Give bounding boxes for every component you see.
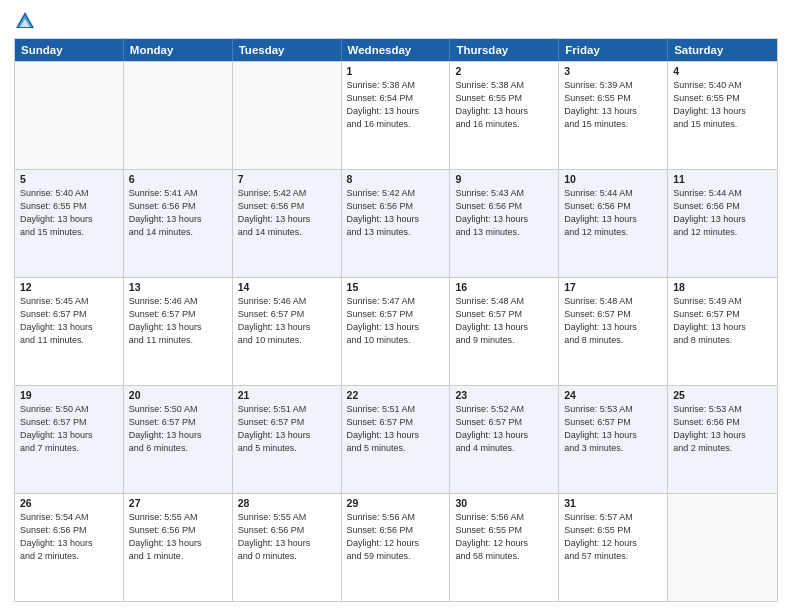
calendar-body: 1Sunrise: 5:38 AM Sunset: 6:54 PM Daylig… — [15, 61, 777, 601]
cell-date: 28 — [238, 497, 336, 509]
calendar-cell: 27Sunrise: 5:55 AM Sunset: 6:56 PM Dayli… — [124, 494, 233, 601]
calendar-cell: 2Sunrise: 5:38 AM Sunset: 6:55 PM Daylig… — [450, 62, 559, 169]
calendar-header-row: SundayMondayTuesdayWednesdayThursdayFrid… — [15, 39, 777, 61]
cell-info: Sunrise: 5:43 AM Sunset: 6:56 PM Dayligh… — [455, 187, 553, 239]
header-cell-monday: Monday — [124, 39, 233, 61]
cell-info: Sunrise: 5:46 AM Sunset: 6:57 PM Dayligh… — [238, 295, 336, 347]
calendar-cell: 15Sunrise: 5:47 AM Sunset: 6:57 PM Dayli… — [342, 278, 451, 385]
cell-date: 27 — [129, 497, 227, 509]
header-cell-thursday: Thursday — [450, 39, 559, 61]
logo — [14, 10, 40, 32]
cell-info: Sunrise: 5:46 AM Sunset: 6:57 PM Dayligh… — [129, 295, 227, 347]
cell-date: 21 — [238, 389, 336, 401]
cell-date: 2 — [455, 65, 553, 77]
cell-date: 17 — [564, 281, 662, 293]
calendar-cell: 19Sunrise: 5:50 AM Sunset: 6:57 PM Dayli… — [15, 386, 124, 493]
cell-date: 22 — [347, 389, 445, 401]
cell-date: 26 — [20, 497, 118, 509]
cell-info: Sunrise: 5:53 AM Sunset: 6:56 PM Dayligh… — [673, 403, 772, 455]
calendar-cell: 11Sunrise: 5:44 AM Sunset: 6:56 PM Dayli… — [668, 170, 777, 277]
cell-info: Sunrise: 5:51 AM Sunset: 6:57 PM Dayligh… — [347, 403, 445, 455]
calendar-cell: 13Sunrise: 5:46 AM Sunset: 6:57 PM Dayli… — [124, 278, 233, 385]
calendar-cell: 21Sunrise: 5:51 AM Sunset: 6:57 PM Dayli… — [233, 386, 342, 493]
calendar-cell: 20Sunrise: 5:50 AM Sunset: 6:57 PM Dayli… — [124, 386, 233, 493]
calendar-row-4: 26Sunrise: 5:54 AM Sunset: 6:56 PM Dayli… — [15, 493, 777, 601]
cell-info: Sunrise: 5:52 AM Sunset: 6:57 PM Dayligh… — [455, 403, 553, 455]
cell-info: Sunrise: 5:47 AM Sunset: 6:57 PM Dayligh… — [347, 295, 445, 347]
cell-date: 14 — [238, 281, 336, 293]
calendar-row-3: 19Sunrise: 5:50 AM Sunset: 6:57 PM Dayli… — [15, 385, 777, 493]
calendar-cell: 25Sunrise: 5:53 AM Sunset: 6:56 PM Dayli… — [668, 386, 777, 493]
cell-info: Sunrise: 5:56 AM Sunset: 6:55 PM Dayligh… — [455, 511, 553, 563]
calendar-cell: 22Sunrise: 5:51 AM Sunset: 6:57 PM Dayli… — [342, 386, 451, 493]
cell-info: Sunrise: 5:41 AM Sunset: 6:56 PM Dayligh… — [129, 187, 227, 239]
cell-date: 29 — [347, 497, 445, 509]
cell-info: Sunrise: 5:44 AM Sunset: 6:56 PM Dayligh… — [673, 187, 772, 239]
cell-info: Sunrise: 5:48 AM Sunset: 6:57 PM Dayligh… — [455, 295, 553, 347]
cell-date: 1 — [347, 65, 445, 77]
cell-date: 11 — [673, 173, 772, 185]
calendar-cell: 17Sunrise: 5:48 AM Sunset: 6:57 PM Dayli… — [559, 278, 668, 385]
header-cell-wednesday: Wednesday — [342, 39, 451, 61]
cell-date: 19 — [20, 389, 118, 401]
cell-date: 9 — [455, 173, 553, 185]
calendar-cell: 29Sunrise: 5:56 AM Sunset: 6:56 PM Dayli… — [342, 494, 451, 601]
cell-date: 5 — [20, 173, 118, 185]
calendar-cell: 30Sunrise: 5:56 AM Sunset: 6:55 PM Dayli… — [450, 494, 559, 601]
calendar-cell: 26Sunrise: 5:54 AM Sunset: 6:56 PM Dayli… — [15, 494, 124, 601]
cell-date: 31 — [564, 497, 662, 509]
calendar-cell: 12Sunrise: 5:45 AM Sunset: 6:57 PM Dayli… — [15, 278, 124, 385]
cell-date: 23 — [455, 389, 553, 401]
cell-info: Sunrise: 5:38 AM Sunset: 6:54 PM Dayligh… — [347, 79, 445, 131]
cell-date: 4 — [673, 65, 772, 77]
calendar-cell: 18Sunrise: 5:49 AM Sunset: 6:57 PM Dayli… — [668, 278, 777, 385]
cell-date: 18 — [673, 281, 772, 293]
cell-date: 16 — [455, 281, 553, 293]
calendar: SundayMondayTuesdayWednesdayThursdayFrid… — [14, 38, 778, 602]
cell-date: 10 — [564, 173, 662, 185]
cell-date: 30 — [455, 497, 553, 509]
calendar-cell — [15, 62, 124, 169]
header-cell-friday: Friday — [559, 39, 668, 61]
calendar-cell — [668, 494, 777, 601]
cell-date: 15 — [347, 281, 445, 293]
calendar-cell: 8Sunrise: 5:42 AM Sunset: 6:56 PM Daylig… — [342, 170, 451, 277]
calendar-cell: 10Sunrise: 5:44 AM Sunset: 6:56 PM Dayli… — [559, 170, 668, 277]
cell-info: Sunrise: 5:56 AM Sunset: 6:56 PM Dayligh… — [347, 511, 445, 563]
calendar-cell: 3Sunrise: 5:39 AM Sunset: 6:55 PM Daylig… — [559, 62, 668, 169]
calendar-cell: 14Sunrise: 5:46 AM Sunset: 6:57 PM Dayli… — [233, 278, 342, 385]
calendar-cell: 7Sunrise: 5:42 AM Sunset: 6:56 PM Daylig… — [233, 170, 342, 277]
calendar-cell — [233, 62, 342, 169]
cell-info: Sunrise: 5:48 AM Sunset: 6:57 PM Dayligh… — [564, 295, 662, 347]
cell-info: Sunrise: 5:44 AM Sunset: 6:56 PM Dayligh… — [564, 187, 662, 239]
cell-info: Sunrise: 5:38 AM Sunset: 6:55 PM Dayligh… — [455, 79, 553, 131]
calendar-cell: 16Sunrise: 5:48 AM Sunset: 6:57 PM Dayli… — [450, 278, 559, 385]
cell-info: Sunrise: 5:50 AM Sunset: 6:57 PM Dayligh… — [129, 403, 227, 455]
cell-info: Sunrise: 5:54 AM Sunset: 6:56 PM Dayligh… — [20, 511, 118, 563]
cell-info: Sunrise: 5:39 AM Sunset: 6:55 PM Dayligh… — [564, 79, 662, 131]
cell-date: 20 — [129, 389, 227, 401]
calendar-cell: 24Sunrise: 5:53 AM Sunset: 6:57 PM Dayli… — [559, 386, 668, 493]
calendar-cell: 4Sunrise: 5:40 AM Sunset: 6:55 PM Daylig… — [668, 62, 777, 169]
calendar-row-1: 5Sunrise: 5:40 AM Sunset: 6:55 PM Daylig… — [15, 169, 777, 277]
cell-date: 7 — [238, 173, 336, 185]
logo-icon — [14, 10, 36, 32]
header-cell-sunday: Sunday — [15, 39, 124, 61]
calendar-row-0: 1Sunrise: 5:38 AM Sunset: 6:54 PM Daylig… — [15, 61, 777, 169]
cell-date: 12 — [20, 281, 118, 293]
cell-info: Sunrise: 5:55 AM Sunset: 6:56 PM Dayligh… — [238, 511, 336, 563]
calendar-cell: 9Sunrise: 5:43 AM Sunset: 6:56 PM Daylig… — [450, 170, 559, 277]
cell-info: Sunrise: 5:50 AM Sunset: 6:57 PM Dayligh… — [20, 403, 118, 455]
header-cell-tuesday: Tuesday — [233, 39, 342, 61]
calendar-row-2: 12Sunrise: 5:45 AM Sunset: 6:57 PM Dayli… — [15, 277, 777, 385]
calendar-cell: 1Sunrise: 5:38 AM Sunset: 6:54 PM Daylig… — [342, 62, 451, 169]
calendar-cell: 28Sunrise: 5:55 AM Sunset: 6:56 PM Dayli… — [233, 494, 342, 601]
page: SundayMondayTuesdayWednesdayThursdayFrid… — [0, 0, 792, 612]
cell-date: 3 — [564, 65, 662, 77]
cell-date: 25 — [673, 389, 772, 401]
cell-info: Sunrise: 5:49 AM Sunset: 6:57 PM Dayligh… — [673, 295, 772, 347]
cell-date: 24 — [564, 389, 662, 401]
cell-info: Sunrise: 5:42 AM Sunset: 6:56 PM Dayligh… — [238, 187, 336, 239]
cell-info: Sunrise: 5:51 AM Sunset: 6:57 PM Dayligh… — [238, 403, 336, 455]
calendar-cell: 6Sunrise: 5:41 AM Sunset: 6:56 PM Daylig… — [124, 170, 233, 277]
